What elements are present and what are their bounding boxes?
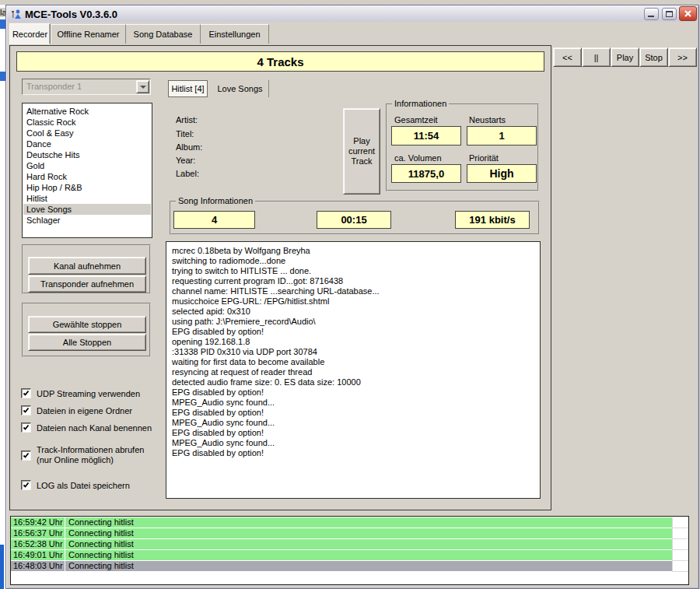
tab-label: Offline Renamer: [58, 30, 120, 39]
transponder-value: Transponder 1: [26, 82, 82, 91]
track-count-banner: 4 Tracks: [16, 51, 544, 72]
maximize-icon: [666, 11, 673, 17]
dropdown-button[interactable]: [136, 80, 149, 93]
neustarts-value: 1: [467, 126, 537, 145]
minimize-icon: [648, 16, 654, 17]
button-label: Kanal aufnehmen: [54, 261, 121, 271]
volumen-value: 11875,0: [391, 164, 461, 183]
log-line: EPG disabled by option!: [172, 408, 380, 418]
check-icon: [22, 481, 30, 489]
log-line: EPG disabled by option!: [172, 387, 380, 398]
play-label: Play: [617, 53, 633, 62]
eigene-ordner-checkbox[interactable]: [21, 405, 31, 415]
udp-streaming-checkbox[interactable]: [21, 388, 31, 398]
button-label: Play current Track: [345, 136, 379, 167]
gewaehlte-stoppen-button[interactable]: Gewählte stoppen: [28, 316, 146, 333]
channel-list-item[interactable]: Hard Rock: [23, 171, 151, 182]
song-time-value: 00:15: [317, 211, 391, 229]
tab-recorder[interactable]: Recorder: [9, 23, 51, 44]
log-output[interactable]: mcrec 0.18beta by Wolfgang Breyha switch…: [166, 241, 541, 499]
forward-button[interactable]: >>: [668, 47, 697, 67]
play-current-track-button[interactable]: Play current Track: [343, 108, 380, 195]
tab-song-database[interactable]: Song Database: [126, 24, 201, 44]
subtab-love-songs[interactable]: Love Songs: [212, 80, 269, 97]
log-line: MPEG_Audio sync found...: [172, 398, 380, 408]
log-line: MPEG_Audio sync found...: [172, 438, 380, 448]
subtab-hitlist[interactable]: Hitlist [4]: [168, 80, 208, 97]
log-line: selected apid: 0x310: [172, 307, 380, 317]
channel-list-item[interactable]: Classic Rock: [23, 117, 151, 128]
pause-button[interactable]: ||: [582, 47, 611, 67]
titel-label: Titel:: [176, 129, 194, 138]
status-row[interactable]: 16:49:01 UhrConnecting hitlist: [11, 550, 672, 560]
status-time: 16:52:38 Uhr: [11, 539, 65, 549]
transponder-aufnehmen-button[interactable]: Transponder aufnehmen: [28, 275, 146, 293]
check-icon: [22, 389, 30, 398]
tab-label: Einstellungen: [208, 30, 260, 39]
prioritaet-value: High: [467, 164, 537, 183]
status-row[interactable]: 16:52:38 UhrConnecting hitlist: [11, 539, 672, 549]
log-line: using path: J:\Premiere_record\Audio\: [172, 317, 380, 327]
close-button[interactable]: [679, 6, 697, 21]
song-number-value: 4: [173, 211, 255, 229]
log-line: EPG disabled by option!: [172, 428, 380, 438]
rewind-label: <<: [562, 53, 572, 62]
log-line: :31338 PID 0x310 via UDP port 30784: [172, 347, 380, 357]
log-line: MPEG_Audio sync found...: [172, 418, 380, 428]
channel-list-item[interactable]: Dance: [23, 138, 151, 149]
value-text: 1: [499, 130, 504, 142]
channel-list[interactable]: Alternative Rock Classic Rock Cool & Eas…: [22, 103, 152, 238]
button-label: Transponder aufnehmen: [40, 279, 134, 289]
channel-list-item[interactable]: Schlager: [23, 215, 151, 226]
neustarts-label: Neustarts: [469, 115, 506, 124]
check-icon: [22, 451, 30, 460]
stop-button[interactable]: Stop: [639, 47, 668, 67]
track-info-checkbox[interactable]: [21, 451, 31, 461]
transponder-select[interactable]: Transponder 1: [22, 79, 151, 95]
status-time: 16:49:01 Uhr: [11, 550, 65, 560]
subtab-label: Love Songs: [217, 84, 262, 93]
channel-list-item[interactable]: Alternative Rock: [23, 106, 151, 117]
stop-label: Stop: [645, 53, 663, 62]
background-selection-bar: [0, 72, 5, 81]
status-message: Connecting hitlist: [65, 561, 672, 571]
log-line: opening 192.168.1.8: [172, 337, 380, 347]
log-line: trying to switch to HITLISTE ... done.: [172, 266, 380, 276]
channel-list-item[interactable]: Hitlist: [23, 193, 151, 204]
background-selection-bar: [0, 545, 4, 589]
tab-offline-renamer[interactable]: Offline Renamer: [51, 24, 126, 44]
alle-stoppen-button[interactable]: Alle Stoppen: [28, 334, 146, 351]
channel-list-item[interactable]: Cool & Easy: [23, 128, 151, 138]
channel-list-item[interactable]: Hip Hop / R&B: [23, 182, 151, 193]
channel-list-item-selected[interactable]: Love Songs: [23, 204, 151, 215]
channel-list-item[interactable]: Deutsche Hits: [23, 149, 151, 160]
minimize-button[interactable]: [644, 8, 659, 20]
log-line: switching to radiomode...done: [172, 256, 380, 266]
log-line: channel name: HITLISTE ...searching URL-…: [172, 286, 380, 296]
chevron-down-icon: [140, 86, 146, 89]
prioritaet-label: Priorität: [469, 153, 499, 163]
check-icon: [22, 423, 30, 432]
channel-list-item[interactable]: Gold: [23, 160, 151, 171]
tab-label: Song Database: [134, 30, 193, 39]
rewind-button[interactable]: <<: [553, 47, 582, 67]
artist-label: Artist:: [176, 115, 198, 124]
status-row-selected[interactable]: 16:48:03 UhrConnecting hitlist: [11, 561, 672, 571]
check-icon: [22, 406, 30, 415]
log-line: EPG disabled by option!: [172, 448, 380, 458]
label-label: Label:: [176, 169, 199, 178]
forward-label: >>: [677, 53, 688, 62]
kanal-aufnehmen-button[interactable]: Kanal aufnehmen: [28, 257, 146, 275]
status-row[interactable]: 16:56:37 UhrConnecting hitlist: [11, 528, 672, 538]
maximize-button[interactable]: [662, 8, 677, 20]
pause-label: ||: [594, 53, 599, 62]
log-line: requesting current program ID...got: 871…: [172, 276, 380, 286]
log-speichern-checkbox[interactable]: [21, 480, 31, 490]
status-message: Connecting hitlist: [65, 539, 672, 549]
kanal-benennen-checkbox[interactable]: [21, 422, 31, 433]
status-row[interactable]: 16:59:42 UhrConnecting hitlist: [11, 517, 672, 528]
button-label: Alle Stoppen: [63, 338, 111, 347]
tab-einstellungen[interactable]: Einstellungen: [201, 24, 269, 44]
title-bar[interactable]: MCE-Tools V0.3.6.0: [7, 6, 697, 22]
play-button[interactable]: Play: [611, 47, 639, 67]
